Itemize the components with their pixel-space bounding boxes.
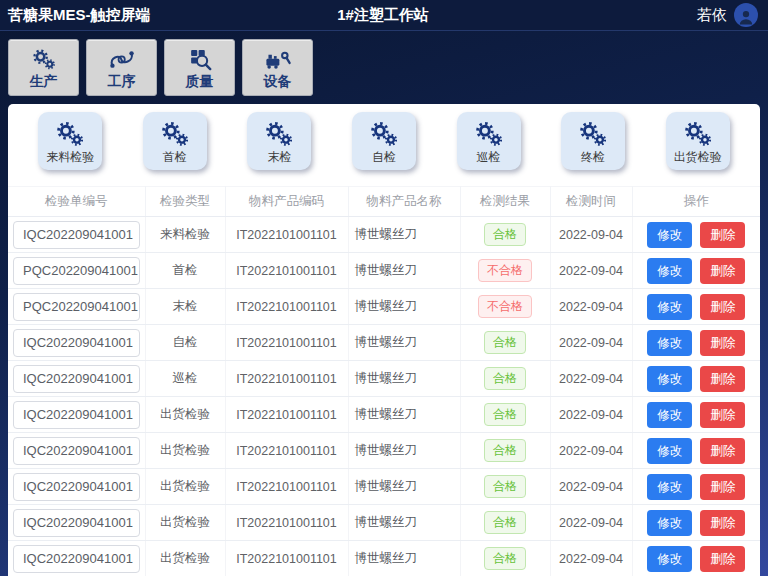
actions-cell: 修改删除 [632, 397, 760, 433]
order-no-cell: IQC202209041001 [8, 397, 145, 433]
result-badge: 合格 [484, 511, 526, 534]
edit-button[interactable]: 修改 [647, 402, 692, 428]
delete-button[interactable]: 删除 [700, 258, 745, 284]
result-badge: 合格 [484, 367, 526, 390]
delete-button[interactable]: 删除 [700, 402, 745, 428]
material-code-cell: IT2022101001101 [225, 325, 348, 361]
column-header-type: 检验类型 [145, 187, 225, 217]
edit-button[interactable]: 修改 [647, 330, 692, 356]
actions-cell: 修改删除 [632, 505, 760, 541]
material-code-cell: IT2022101001101 [225, 469, 348, 505]
table-row: IQC202209041001出货检验IT2022101001101博世螺丝刀合… [8, 541, 760, 576]
delete-button[interactable]: 删除 [700, 330, 745, 356]
result-cell: 合格 [460, 217, 550, 253]
actions-cell: 修改删除 [632, 433, 760, 469]
column-header-order-no: 检验单编号 [8, 187, 145, 217]
edit-button[interactable]: 修改 [647, 510, 692, 536]
avatar[interactable] [734, 3, 758, 27]
material-name-cell: 博世螺丝刀 [348, 253, 460, 289]
table-row: PQC202209041001末检IT2022101001101博世螺丝刀不合格… [8, 289, 760, 325]
table-row: IQC202209041001巡检IT2022101001101博世螺丝刀合格2… [8, 361, 760, 397]
edit-button[interactable]: 修改 [647, 258, 692, 284]
toolbar-button-label: 工序 [108, 73, 136, 89]
column-header-actions: 操作 [632, 187, 760, 217]
result-cell: 不合格 [460, 289, 550, 325]
order-no-value: IQC202209041001 [13, 401, 140, 429]
actions-cell: 修改删除 [632, 289, 760, 325]
process-flow-icon [107, 47, 137, 72]
gears-icon [575, 119, 611, 149]
table-row: IQC202209041001自检IT2022101001101博世螺丝刀合格2… [8, 325, 760, 361]
table-row: IQC202209041001来料检验IT2022101001101博世螺丝刀合… [8, 217, 760, 253]
order-no-value: IQC202209041001 [13, 329, 140, 357]
result-badge: 合格 [484, 547, 526, 570]
inspection-type-cell: 出货检验 [145, 505, 225, 541]
tab-label: 自检 [372, 150, 396, 164]
result-cell: 合格 [460, 361, 550, 397]
quality-inspect-icon [185, 47, 215, 72]
order-no-cell: IQC202209041001 [8, 541, 145, 576]
tab-shipment-inspection[interactable]: 出货检验 [666, 112, 730, 170]
tab-label: 终检 [581, 150, 605, 164]
tab-incoming-inspection[interactable]: 来料检验 [38, 112, 102, 170]
edit-button[interactable]: 修改 [647, 438, 692, 464]
user-name: 若依 [697, 6, 727, 25]
tab-final-inspection[interactable]: 终检 [561, 112, 625, 170]
result-cell: 合格 [460, 433, 550, 469]
result-badge: 不合格 [478, 295, 532, 318]
tab-last-inspection[interactable]: 末检 [247, 112, 311, 170]
material-code-cell: IT2022101001101 [225, 217, 348, 253]
edit-button[interactable]: 修改 [647, 474, 692, 500]
time-cell: 2022-09-04 [550, 397, 632, 433]
delete-button[interactable]: 删除 [700, 438, 745, 464]
tab-label: 末检 [267, 150, 291, 164]
edit-button[interactable]: 修改 [647, 294, 692, 320]
station-title: 1#注塑工作站 [258, 6, 508, 25]
result-badge: 合格 [484, 475, 526, 498]
table-row: IQC202209041001出货检验IT2022101001101博世螺丝刀合… [8, 505, 760, 541]
result-badge: 合格 [484, 223, 526, 246]
delete-button[interactable]: 删除 [700, 474, 745, 500]
material-name-cell: 博世螺丝刀 [348, 397, 460, 433]
inspection-type-cell: 出货检验 [145, 541, 225, 576]
order-no-value: IQC202209041001 [13, 509, 140, 537]
toolbar-button-process[interactable]: 工序 [86, 39, 157, 96]
material-code-cell: IT2022101001101 [225, 433, 348, 469]
tab-self-inspection[interactable]: 自检 [352, 112, 416, 170]
toolbar-button-quality[interactable]: 质量 [164, 39, 235, 96]
order-no-cell: IQC202209041001 [8, 361, 145, 397]
tab-first-inspection[interactable]: 首检 [143, 112, 207, 170]
order-no-cell: PQC202209041001 [8, 253, 145, 289]
toolbar-button-production[interactable]: 生产 [8, 39, 79, 96]
time-cell: 2022-09-04 [550, 433, 632, 469]
order-no-value: IQC202209041001 [13, 545, 140, 573]
delete-button[interactable]: 删除 [700, 546, 745, 572]
table-row: PQC202209041001首检IT2022101001101博世螺丝刀不合格… [8, 253, 760, 289]
delete-button[interactable]: 删除 [700, 294, 745, 320]
edit-button[interactable]: 修改 [647, 546, 692, 572]
delete-button[interactable]: 删除 [700, 222, 745, 248]
table-row: IQC202209041001出货检验IT2022101001101博世螺丝刀合… [8, 433, 760, 469]
order-no-value: IQC202209041001 [13, 365, 140, 393]
material-name-cell: 博世螺丝刀 [348, 433, 460, 469]
equipment-icon [263, 47, 293, 72]
tab-patrol-inspection[interactable]: 巡检 [457, 112, 521, 170]
actions-cell: 修改删除 [632, 469, 760, 505]
material-code-cell: IT2022101001101 [225, 361, 348, 397]
inspection-table: 检验单编号 检验类型 物料产品编码 物料产品名称 检测结果 检测时间 操作 IQ… [8, 186, 760, 576]
material-name-cell: 博世螺丝刀 [348, 505, 460, 541]
toolbar-button-equipment[interactable]: 设备 [242, 39, 313, 96]
gears-icon [366, 119, 402, 149]
toolbar-button-label: 设备 [264, 73, 292, 89]
user-menu[interactable]: 若依 [508, 3, 758, 27]
edit-button[interactable]: 修改 [647, 222, 692, 248]
user-icon [736, 7, 756, 27]
delete-button[interactable]: 删除 [700, 510, 745, 536]
inspection-type-cell: 来料检验 [145, 217, 225, 253]
material-code-cell: IT2022101001101 [225, 289, 348, 325]
inspection-type-cell: 首检 [145, 253, 225, 289]
result-badge: 合格 [484, 403, 526, 426]
edit-button[interactable]: 修改 [647, 366, 692, 392]
inspection-type-cell: 出货检验 [145, 469, 225, 505]
delete-button[interactable]: 删除 [700, 366, 745, 392]
